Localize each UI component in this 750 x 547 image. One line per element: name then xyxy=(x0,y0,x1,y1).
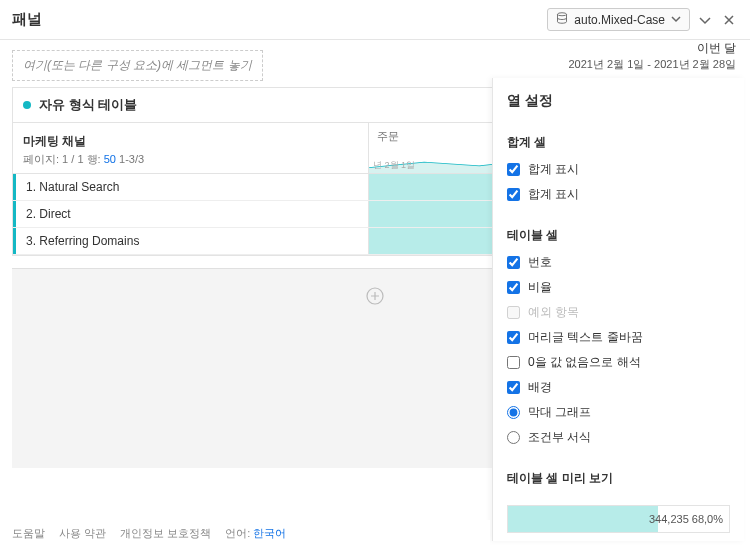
opt-percent[interactable]: 비율 xyxy=(507,275,730,300)
date-range-value: 2021년 2월 1일 - 2021년 2월 28일 xyxy=(568,57,736,72)
footer-terms[interactable]: 사용 약관 xyxy=(59,526,106,541)
opt-bar-graph[interactable]: 막대 그래프 xyxy=(507,400,730,425)
dimension-header[interactable]: 마케팅 채널 페이지: 1 / 1 행: 50 1-3/3 xyxy=(13,123,368,173)
opt-zero-as-none[interactable]: 0을 값 없음으로 해석 xyxy=(507,350,730,375)
page-footer: 도움말 사용 약관 개인정보 보호정책 언어: 한국어 xyxy=(0,520,490,547)
pagination-meta: 페이지: 1 / 1 행: 50 1-3/3 xyxy=(23,152,358,167)
preview-value: 344,235 68,0% xyxy=(649,513,723,525)
side-panel-title: 열 설정 xyxy=(493,78,744,120)
date-range-block[interactable]: 이번 달 2021년 2월 1일 - 2021년 2월 28일 xyxy=(568,40,750,78)
preview-bar xyxy=(508,506,658,532)
viz-color-dot xyxy=(23,101,31,109)
database-icon xyxy=(556,12,568,27)
footer-language: 언어: 한국어 xyxy=(225,526,286,541)
panel-title: 패널 xyxy=(12,10,42,29)
date-range-label: 이번 달 xyxy=(568,40,736,57)
dimension-label: 마케팅 채널 xyxy=(23,133,358,150)
section-preview: 테이블 셀 미리 보기 xyxy=(507,470,730,487)
column-settings-panel: 열 설정 합계 셀 합계 표시 합계 표시 테이블 셀 번호 비율 예외 항목 … xyxy=(492,78,744,541)
footer-help[interactable]: 도움말 xyxy=(12,526,45,541)
section-total-cell: 합계 셀 xyxy=(507,134,730,151)
opt-show-grand-total[interactable]: 합계 표시 xyxy=(507,157,730,182)
row-label: 1. Natural Search xyxy=(13,174,368,200)
footer-privacy[interactable]: 개인정보 보호정책 xyxy=(120,526,211,541)
row-label: 3. Referring Domains xyxy=(13,228,368,254)
close-button[interactable] xyxy=(720,11,738,29)
freeform-title: 자유 형식 테이블 xyxy=(39,96,137,114)
segment-dropzone[interactable]: 여기(또는 다른 구성 요소)에 세그먼트 놓기 xyxy=(12,50,263,81)
collapse-toggle[interactable] xyxy=(696,11,714,29)
opt-background[interactable]: 배경 xyxy=(507,375,730,400)
panel-header: 패널 auto.Mixed-Case xyxy=(0,0,750,40)
row-label: 2. Direct xyxy=(13,201,368,227)
axis-tick: 년 2월 1일 xyxy=(373,159,415,172)
header-controls: auto.Mixed-Case xyxy=(547,8,738,31)
dropdown-label: auto.Mixed-Case xyxy=(574,13,665,27)
plus-icon xyxy=(366,287,384,310)
chevron-down-icon xyxy=(671,13,681,27)
opt-conditional-format[interactable]: 조건부 서식 xyxy=(507,425,730,450)
cell-preview: 344,235 68,0% xyxy=(507,505,730,533)
section-table-cell: 테이블 셀 xyxy=(507,227,730,244)
opt-anomalies: 예외 항목 xyxy=(507,300,730,325)
language-link[interactable]: 한국어 xyxy=(253,527,286,539)
data-view-dropdown[interactable]: auto.Mixed-Case xyxy=(547,8,690,31)
segment-placeholder: 여기(또는 다른 구성 요소)에 세그먼트 놓기 xyxy=(23,58,252,72)
opt-number[interactable]: 번호 xyxy=(507,250,730,275)
svg-point-0 xyxy=(558,13,567,16)
opt-show-total[interactable]: 합계 표시 xyxy=(507,182,730,207)
opt-wrap-header[interactable]: 머리글 텍스트 줄바꿈 xyxy=(507,325,730,350)
